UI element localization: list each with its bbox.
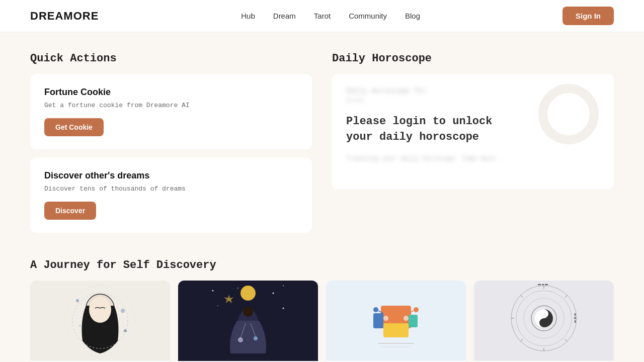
fortune-cookie-desc: Get a fortune cookie from Dreamore AI: [44, 102, 298, 109]
discover-dreams-title: Discover other's dreams: [44, 170, 298, 181]
nav-hub[interactable]: Hub: [241, 12, 255, 20]
navbar: DREAMORE Hub Dream Tarot Community Blog …: [0, 0, 644, 32]
top-section: Quick Actions Fortune Cookie Get a fortu…: [30, 52, 614, 241]
fortune-cookie-title: Fortune Cookie: [44, 87, 298, 98]
svg-point-1: [89, 297, 111, 323]
nav-community[interactable]: Community: [349, 12, 387, 20]
svg-rect-25: [383, 323, 409, 337]
discover-dreams-desc: Discover tens of thousands of dreams: [44, 185, 298, 193]
horoscope-blurred-header: Daily Horoscope for: [346, 87, 600, 95]
journey-card-dream[interactable]: Dream Interpretation: [30, 281, 170, 362]
svg-point-9: [212, 290, 214, 292]
bagua-image: [474, 281, 614, 361]
journey-card-bagua[interactable]: 八卦.命理: [474, 281, 614, 362]
svg-rect-27: [409, 315, 418, 327]
journey-title: A Journey for Self Discovery: [30, 259, 614, 272]
svg-point-2: [76, 299, 79, 302]
svg-point-43: [542, 321, 545, 324]
main-content: Quick Actions Fortune Cookie Get a fortu…: [0, 32, 644, 362]
tarot-image: [178, 281, 318, 361]
nav-dream[interactable]: Dream: [273, 12, 296, 20]
horoscope-blurred-footer: Traveling your daily horoscope. Come bac…: [346, 155, 600, 162]
horoscope-login-message: Please login to unlock your daily horosc…: [346, 114, 507, 145]
svg-point-30: [373, 307, 378, 312]
svg-point-42: [542, 312, 545, 315]
mbti-image: [326, 281, 466, 361]
nav-links: Hub Dream Tarot Community Blog: [241, 12, 420, 21]
daily-horoscope-title: Daily Horoscope: [332, 52, 614, 65]
discover-button[interactable]: Discover: [44, 202, 96, 220]
svg-point-29: [404, 316, 409, 321]
svg-point-13: [217, 305, 218, 306]
svg-point-3: [121, 309, 125, 313]
svg-point-18: [243, 307, 253, 317]
svg-point-10: [237, 288, 238, 289]
nav-blog[interactable]: Blog: [405, 12, 420, 20]
quick-actions-title: Quick Actions: [30, 52, 312, 65]
sign-in-button[interactable]: Sign In: [562, 7, 614, 25]
svg-point-22: [254, 336, 258, 340]
svg-point-12: [283, 285, 284, 286]
svg-point-4: [79, 325, 81, 327]
svg-point-28: [383, 316, 388, 321]
journey-grid: Dream Interpretation: [30, 281, 614, 362]
horoscope-blurred-sub: Aries: [346, 97, 600, 104]
discover-dreams-card: Discover other's dreams Discover tens of…: [30, 157, 312, 233]
svg-point-32: [414, 307, 419, 312]
svg-point-15: [240, 286, 256, 301]
quick-actions-section: Quick Actions Fortune Cookie Get a fortu…: [30, 52, 312, 241]
get-cookie-button[interactable]: Get Cookie: [44, 118, 104, 136]
journey-card-mbti[interactable]: MBTI Tests: [326, 281, 466, 362]
journey-section: A Journey for Self Discovery: [30, 259, 614, 362]
nav-tarot[interactable]: Tarot: [314, 12, 331, 20]
svg-point-11: [273, 293, 274, 294]
horoscope-card: Daily Horoscope for Aries Please login t…: [332, 74, 614, 190]
svg-point-20: [238, 337, 243, 342]
svg-rect-26: [373, 313, 383, 328]
svg-point-14: [283, 308, 284, 309]
daily-horoscope-section: Daily Horoscope Daily Horoscope for Arie…: [332, 52, 614, 241]
fortune-cookie-card: Fortune Cookie Get a fortune cookie from…: [30, 74, 312, 149]
brand-logo: DREAMORE: [30, 10, 99, 23]
dream-interpretation-image: [30, 281, 170, 361]
journey-card-tarot[interactable]: Tarot: [178, 281, 318, 362]
